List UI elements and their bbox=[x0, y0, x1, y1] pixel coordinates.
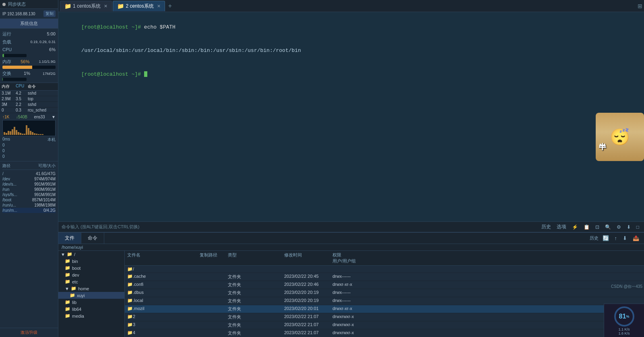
settings-button[interactable]: ⚙ bbox=[615, 224, 623, 230]
terminal-line-2: [root@localhost ~]# bbox=[62, 62, 640, 86]
disk-size: 991M/991M bbox=[34, 182, 56, 186]
net-stat-2: 0 bbox=[2, 148, 56, 154]
net-bar bbox=[24, 134, 25, 135]
net-bar bbox=[22, 134, 23, 135]
copy-ip-button[interactable]: 复制 bbox=[43, 10, 56, 17]
tree-item-boot[interactable]: 📁 boot bbox=[58, 265, 124, 271]
activate-button[interactable]: 激活/升级 bbox=[21, 330, 38, 335]
file-list-header: 文件名 复制路径 类型 修改时间 权限 用户/用户组 bbox=[125, 251, 644, 266]
terminal[interactable]: [root@localhost ~]# echo $PATH /usr/loca… bbox=[58, 12, 644, 221]
folder-icon: 📁 bbox=[127, 306, 133, 311]
file-tab[interactable]: 文件 bbox=[58, 233, 81, 244]
proc-cpu-header[interactable]: CPU bbox=[16, 84, 28, 89]
speed-widget: 81% 1.1 K/s 1.6 K/s bbox=[604, 304, 644, 337]
disk-path-header: 路径 bbox=[2, 163, 10, 169]
tab-2-close[interactable]: ✕ bbox=[157, 4, 161, 9]
file-row[interactable]: 📁.cache 文件夹 2023/02/22 20:45 drwx------ bbox=[125, 273, 644, 281]
file-row[interactable]: 📁.confi 文件夹 2023/02/22 20:46 drwxr-xr-x bbox=[125, 281, 644, 289]
select-button[interactable]: 选项 bbox=[555, 223, 568, 231]
file-tree: ▼ 📁 / 📁 bin 📁 boot 📁 dev 📁 bbox=[58, 251, 125, 337]
activate-section: 激活/升级 bbox=[0, 328, 58, 337]
swap-row: 交换 1% 17M/2G bbox=[2, 70, 56, 78]
folder-icon: 📁 bbox=[67, 252, 72, 257]
file-row[interactable]: 📁.local 文件夹 2023/02/20 20:19 drwx------ bbox=[125, 297, 644, 305]
tree-item-home[interactable]: ▼ 📁 home bbox=[58, 285, 124, 292]
tree-item-label: lib64 bbox=[72, 307, 81, 312]
proc-mem-header[interactable]: 内存 bbox=[2, 84, 16, 89]
proc-mem: 3.1M bbox=[2, 91, 16, 95]
tab-2[interactable]: 📁 2 centos系统 ✕ bbox=[113, 1, 165, 11]
sys-info-button[interactable]: 系统信息 bbox=[0, 19, 58, 29]
command-tab[interactable]: 命令 bbox=[81, 233, 104, 244]
tab-1[interactable]: 📁 1 centos系统 ✕ bbox=[60, 1, 112, 11]
clipboard-button[interactable]: 📋 bbox=[582, 224, 591, 230]
file-row[interactable]: 📁4 文件夹 2023/02/22 21:07 drwxrwxr-x bbox=[125, 329, 644, 337]
up-button[interactable]: ↑ bbox=[613, 234, 619, 242]
tree-item-xuyi[interactable]: 📁 xuyi bbox=[58, 292, 124, 299]
file-row[interactable]: 📁/ bbox=[125, 266, 644, 273]
disk-row: /dev/s... 991M/991M bbox=[2, 182, 56, 187]
file-row-selected[interactable]: 📁.mozil 文件夹 2023/02/20 20:01 drwxr-xr-x bbox=[125, 305, 644, 313]
proc-mem: 0 bbox=[2, 108, 16, 112]
mem-row: 内存 56% 1.1G/1.9G bbox=[2, 58, 56, 66]
folder-icon: 📁 bbox=[65, 313, 70, 318]
tab-grid-button[interactable]: ⊞ bbox=[638, 3, 642, 9]
disk-row: /sys/fs... 991M/991M bbox=[2, 192, 56, 197]
tree-item-dev[interactable]: 📁 dev bbox=[58, 271, 124, 278]
swap-bar-fill bbox=[2, 78, 3, 81]
disk-section: 路径 可用/大小 / 41.6G/47G /dev 974M/974M /dev… bbox=[0, 161, 58, 328]
search-button[interactable]: 🔍 bbox=[603, 224, 613, 230]
tree-item-media[interactable]: 📁 media bbox=[58, 312, 124, 319]
mem-bar-fill bbox=[2, 66, 32, 69]
tab-1-label: 1 centos系统 bbox=[73, 3, 101, 10]
lightning-button[interactable]: ⚡ bbox=[570, 224, 580, 230]
net-bar bbox=[20, 133, 21, 135]
tree-item-root[interactable]: ▼ 📁 / bbox=[58, 251, 124, 258]
proc-cmd: sshd bbox=[28, 91, 56, 95]
net-bar bbox=[26, 125, 27, 135]
file-row[interactable]: 📁3 文件夹 2023/02/22 21:07 drwxrwxr-x bbox=[125, 321, 644, 329]
sidebar: 同步状态 IP 192.168.88.130 复制 系统信息 运行 5:00 负… bbox=[0, 0, 58, 337]
upload-button[interactable]: 📤 bbox=[631, 234, 641, 242]
download-button[interactable]: ⬇ bbox=[625, 224, 632, 230]
tree-item-bin[interactable]: 📁 bin bbox=[58, 258, 124, 265]
folder-icon: 📁 bbox=[65, 306, 70, 312]
dl-button[interactable]: ⬇ bbox=[621, 234, 629, 242]
disk-size: 41.6G/47G bbox=[36, 172, 56, 176]
tree-item-label: bin bbox=[72, 259, 78, 264]
proc-cpu: 3.5 bbox=[16, 97, 28, 101]
refresh-button[interactable]: 🔄 bbox=[601, 234, 611, 242]
tree-item-lib[interactable]: 📁 lib bbox=[58, 299, 124, 306]
tree-item-label: media bbox=[72, 314, 84, 318]
cpu-row: CPU 6% bbox=[2, 46, 56, 54]
tree-item-label: dev bbox=[72, 273, 79, 277]
proc-cmd-header[interactable]: 命令 bbox=[28, 84, 56, 89]
network-graph bbox=[2, 120, 56, 136]
load-value: 0.19, 0.29, 0.31 bbox=[30, 39, 56, 45]
tree-item-label: boot bbox=[72, 266, 80, 271]
tree-item-lib64[interactable]: 📁 lib64 bbox=[58, 306, 124, 312]
panel-toolbar: 历史 🔄 ↑ ⬇ 📤 bbox=[586, 234, 644, 242]
net-host: 本机 bbox=[47, 137, 56, 143]
file-row[interactable]: 📁.dbus 文件夹 2023/02/20 20:19 drwx------ bbox=[125, 289, 644, 297]
tree-expand-icon: ▼ bbox=[61, 252, 65, 257]
bottom-panel-header: 文件 命令 历史 🔄 ↑ ⬇ 📤 bbox=[58, 233, 644, 244]
file-row[interactable]: 📁2 文件夹 2023/02/22 21:07 drwxrwxr-x bbox=[125, 313, 644, 321]
tree-item-etc[interactable]: 📁 etc bbox=[58, 278, 124, 285]
panel-tabs: 文件 命令 bbox=[58, 233, 104, 244]
terminal-statusbar: 命令输入 (按ALT键返回,双击CTRL切换) 历史 选项 ⚡ 📋 ⊡ 🔍 ⚙ … bbox=[58, 221, 644, 232]
speed-circle: 81% bbox=[614, 306, 634, 327]
disk-path: / bbox=[2, 172, 4, 176]
header-perm: 权限 bbox=[332, 252, 381, 258]
disk-size: 991M/991M bbox=[34, 192, 56, 197]
tab-1-close[interactable]: ✕ bbox=[104, 4, 107, 9]
disk-path: /run/u... bbox=[2, 203, 16, 207]
cpu-bar-fill bbox=[2, 54, 4, 57]
window-button[interactable]: □ bbox=[635, 224, 641, 230]
tab-add-button[interactable]: + bbox=[166, 2, 174, 10]
net-delay: 0ms bbox=[2, 137, 10, 143]
cpu-value: 6% bbox=[49, 46, 56, 54]
history-button[interactable]: 历史 bbox=[540, 223, 553, 231]
copy-screen-button[interactable]: ⊡ bbox=[594, 224, 601, 230]
process-row: 3.1M 4.2 sshd bbox=[0, 91, 58, 96]
